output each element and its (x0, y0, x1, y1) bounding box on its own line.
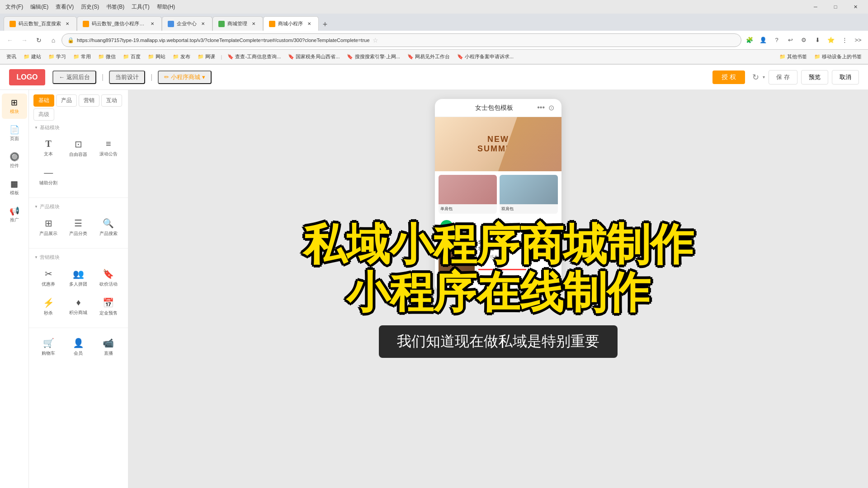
tab-0[interactable]: 码云数智_百度搜索 ✕ (4, 16, 77, 31)
authorize-button[interactable]: 授 权 (712, 70, 745, 84)
logo[interactable]: LOGO (9, 69, 45, 85)
bookmark-mobile[interactable]: 📁 移动设备上的书签 (811, 52, 864, 61)
sidebar-item-template[interactable]: ▦ 模板 (2, 175, 27, 200)
bookmark-button[interactable]: ⭐ (825, 34, 837, 47)
help-button[interactable]: ? (770, 34, 783, 47)
module-cart[interactable]: 🛒 购物车 (34, 333, 62, 361)
bookmark-news[interactable]: 资讯 (4, 52, 19, 61)
url-bar[interactable]: 🔒 https://huang897157type-19.mallapp.vip… (61, 33, 741, 47)
module-presale[interactable]: 📅 定金预售 (94, 293, 123, 320)
close-circle-icon: ⊙ (548, 103, 554, 112)
tab-product[interactable]: 产品 (56, 94, 77, 107)
menu-file[interactable]: 文件(F) (4, 2, 25, 12)
module-group-buy[interactable]: 👥 多人拼团 (64, 264, 92, 291)
wechat-icon[interactable] (440, 220, 453, 233)
bookmark-tax[interactable]: 🔖 国家税务局山西省... (285, 52, 342, 61)
download-button[interactable]: ⬇ (811, 34, 824, 47)
menu-edit[interactable]: 编辑(E) (28, 2, 50, 12)
module-product-category[interactable]: ☰ 产品分类 (64, 214, 92, 241)
bookmark-miniapp[interactable]: 🔖 小程序备案申请诉求... (454, 52, 516, 61)
bookmark-star[interactable]: ☆ (373, 37, 378, 44)
notification-badge: ! (550, 223, 556, 230)
bookmark-baidu[interactable]: 📁 百度 (120, 52, 143, 61)
sidebar-item-module[interactable]: ⊞ 模块 (2, 94, 27, 119)
tab-interactive[interactable]: 互动 (101, 94, 122, 107)
reload-button[interactable]: ↻ (33, 34, 45, 47)
maximize-button[interactable]: □ (826, 0, 844, 13)
bookmark-site[interactable]: 📁 建站 (21, 52, 44, 61)
miniapp-store-btn[interactable]: ✏ 小程序商城 ▾ (158, 70, 212, 84)
bookmark-search[interactable]: 🔖 搜搜搜索引擎·上网... (344, 52, 402, 61)
app-container: LOGO ← 返回后台 | 当前设计 | ✏ 小程序商城 ▾ 授 权 ↻ ▾ 保… (0, 65, 868, 488)
product-card-1[interactable]: 单肩包 (439, 175, 497, 214)
user-button[interactable]: 👤 (757, 34, 769, 47)
module-product-search[interactable]: 🔍 产品搜索 (94, 214, 123, 241)
settings-button[interactable]: ⚙ (797, 34, 810, 47)
group-buy-icon: 👥 (73, 268, 84, 279)
minimize-button[interactable]: ─ (807, 0, 825, 13)
more-button[interactable]: ⋮ (838, 34, 851, 47)
menu-tools[interactable]: 工具(T) (130, 2, 151, 12)
menu-view[interactable]: 查看(V) (54, 2, 75, 12)
preview-button[interactable]: 预览 (801, 70, 828, 84)
home-button[interactable]: ⌂ (47, 34, 60, 47)
module-live[interactable]: 📹 直播 (94, 333, 123, 361)
bookmark-publish[interactable]: 📁 发布 (170, 52, 193, 61)
tab-close-3[interactable]: ✕ (250, 20, 257, 28)
module-points-store[interactable]: ♦ 积分商城 (64, 293, 92, 320)
module-free-container[interactable]: ⊡ 自由容器 (64, 135, 92, 162)
close-button[interactable]: ✕ (846, 0, 864, 13)
tab-advanced[interactable]: 高级 (33, 108, 54, 121)
tab-close-0[interactable]: ✕ (64, 20, 71, 28)
phone-content: NEW SUMMER 单肩包 (435, 117, 561, 291)
product-card-2[interactable]: 双肩包 (500, 175, 558, 214)
share-button[interactable]: ↻ 分享 (490, 222, 513, 231)
tab-close-2[interactable]: ✕ (199, 20, 207, 28)
save-button[interactable]: 保 存 (769, 70, 797, 84)
bookmark-other[interactable]: 📁 其他书签 (777, 52, 810, 61)
refresh-icon[interactable]: ↻ (752, 72, 759, 82)
sidebar-item-page[interactable]: 📄 页面 (2, 121, 27, 146)
sidebar-item-widget[interactable]: 🔘 控件 (2, 148, 27, 173)
undo-button[interactable]: ↩ (784, 34, 797, 47)
forward-button[interactable]: → (18, 34, 31, 47)
module-bargain[interactable]: 🔖 砍价活动 (94, 264, 123, 291)
module-product-display[interactable]: ⊞ 产品展示 (34, 214, 62, 241)
module-flash-sale[interactable]: ⚡ 秒杀 (34, 293, 62, 320)
menu-history[interactable]: 历史(S) (79, 2, 101, 12)
menu-help[interactable]: 帮助(H) (155, 2, 177, 12)
new-tab-button[interactable]: + (319, 18, 331, 31)
back-button[interactable]: ← (4, 34, 16, 47)
extensions-button[interactable]: 🧩 (743, 34, 756, 47)
tab-4[interactable]: 商城小程序 ✕ (263, 16, 319, 31)
triangle-icon-3: ▼ (34, 255, 38, 259)
bookmark-course[interactable]: 📁 网课 (195, 52, 218, 61)
tab-1[interactable]: 码云数智_微信小程序制作平台... ✕ (77, 16, 162, 31)
tab-3[interactable]: 商城管理 ✕ (212, 16, 263, 31)
tab-close-1[interactable]: ✕ (149, 20, 156, 28)
bookmark-learn[interactable]: 📁 学习 (46, 52, 69, 61)
menu-extend[interactable]: >> (852, 34, 864, 47)
bookmark-netease[interactable]: 🔖 网易见外工作台 (405, 52, 453, 61)
tab-basic[interactable]: 基础 (33, 94, 54, 107)
module-divider[interactable]: — 辅助分割 (34, 164, 62, 190)
module-text[interactable]: T 文本 (34, 135, 62, 162)
refresh-dropdown[interactable]: ▾ (763, 75, 765, 80)
back-to-admin-btn[interactable]: ← 返回后台 (52, 70, 96, 84)
cancel-button[interactable]: 取消 (832, 70, 859, 84)
sidebar-item-promote[interactable]: 📢 推广 (2, 202, 27, 227)
current-design-btn[interactable]: 当前设计 (109, 70, 145, 84)
bookmark-website[interactable]: 📁 网站 (145, 52, 168, 61)
menu-bookmarks[interactable]: 书签(B) (104, 2, 126, 12)
member-icon: 👤 (73, 338, 84, 348)
bookmark-common[interactable]: 📁 常用 (71, 52, 94, 61)
tab-marketing[interactable]: 营销 (79, 94, 99, 107)
bookmark-qicha[interactable]: 🔖 查查-工商信息查询... (225, 52, 283, 61)
tab-close-4[interactable]: ✕ (306, 20, 313, 28)
module-scroll-notice[interactable]: ≡ 滚动公告 (94, 135, 123, 162)
module-member[interactable]: 👤 会员 (64, 333, 92, 361)
svg-point-0 (445, 225, 446, 226)
tab-2[interactable]: 企业中心 ✕ (162, 16, 212, 31)
bookmark-wechat[interactable]: 📁 微信 (95, 52, 118, 61)
module-coupon[interactable]: ✂ 优惠券 (34, 264, 62, 291)
